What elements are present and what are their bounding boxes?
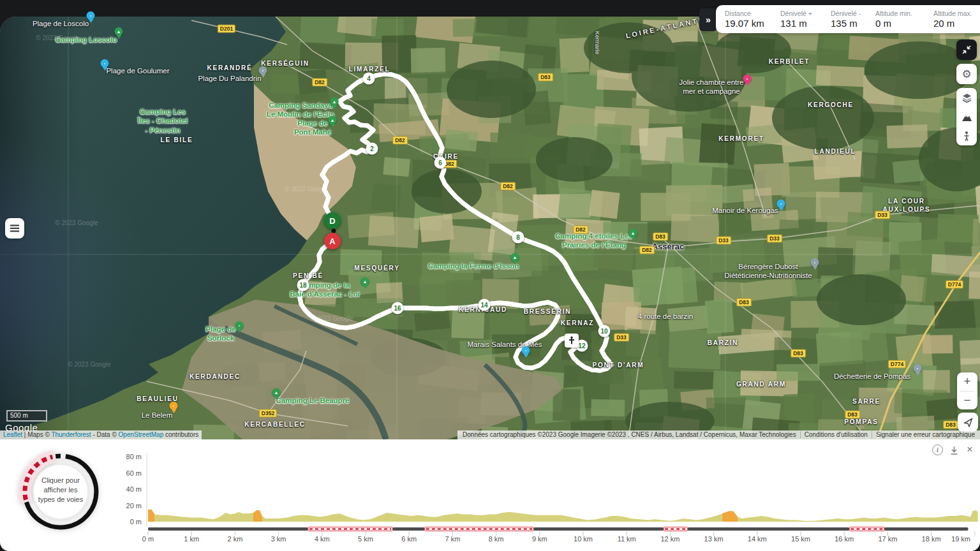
svg-text:4 km: 4 km (315, 535, 330, 543)
stat-altitude-max-: Altitude max.20 m (933, 10, 972, 29)
mountain-icon (961, 112, 972, 122)
svg-text:14 km: 14 km (748, 535, 767, 543)
svg-text:11 km: 11 km (618, 535, 636, 543)
layers-button[interactable] (956, 88, 977, 107)
stat-d-nivel-: Dénivelé -135 m (831, 10, 861, 29)
svg-text:12 km: 12 km (660, 535, 679, 543)
zoom-out-button[interactable]: − (957, 391, 977, 409)
svg-text:16 km: 16 km (835, 535, 854, 543)
stat-label: Altitude max. (933, 10, 972, 17)
stat-label: Distance (725, 10, 764, 17)
collapse-icon (961, 44, 972, 55)
svg-text:60 m: 60 m (126, 469, 142, 477)
stat-label: Dénivelé - (831, 10, 861, 17)
exit-fullscreen-button[interactable] (956, 40, 977, 60)
attribution-link[interactable]: Signaler une erreur cartographique (872, 431, 979, 438)
download-button[interactable] (947, 444, 960, 457)
chevron-right-icon: » (706, 15, 711, 25)
svg-text:18 km: 18 km (922, 535, 941, 543)
stat-altitude-min-: Altitude min.0 m (875, 10, 912, 29)
elevation-panel: 0 m20 m40 m60 m80 m0 m1 km2 km3 km4 km5 … (0, 439, 980, 551)
svg-text:6 km: 6 km (401, 535, 417, 543)
svg-text:0 m: 0 m (142, 535, 154, 543)
attribution-text: Données cartographiques ©2023 Google Ima… (459, 431, 800, 438)
svg-text:3 km: 3 km (271, 535, 286, 543)
locate-me-button[interactable] (958, 413, 978, 432)
stat-distance: Distance19.07 km (725, 10, 764, 29)
terrain-3d-button[interactable] (956, 107, 977, 126)
svg-text:9 km: 9 km (532, 535, 547, 543)
stat-value: 135 m (831, 18, 861, 29)
svg-text:0 m: 0 m (130, 518, 142, 525)
street-view-button[interactable] (956, 126, 977, 145)
google-attribution: Données cartographiques ©2023 Google Ima… (457, 430, 980, 439)
route-planner-app: Plage de LoscoloCamping LoscoloPlage de … (0, 0, 980, 551)
zoom-control: + − (957, 372, 977, 409)
svg-text:80 m: 80 m (126, 453, 142, 460)
close-icon: × (967, 444, 972, 455)
svg-text:10 km: 10 km (574, 535, 593, 543)
stat-d-nivel-: Dénivelé +131 m (780, 10, 812, 29)
svg-text:40 m: 40 m (126, 485, 142, 493)
map-canvas[interactable] (0, 17, 980, 439)
svg-text:1 km: 1 km (184, 535, 199, 543)
elevation-chart: 0 m20 m40 m60 m80 m0 m1 km2 km3 km4 km5 … (0, 439, 980, 551)
stats-collapse-button[interactable]: » (699, 8, 717, 31)
info-button[interactable]: i (932, 444, 943, 455)
svg-text:20 m: 20 m (126, 502, 142, 510)
map-tools-group (956, 88, 977, 145)
svg-text:2 km: 2 km (227, 535, 242, 543)
attribution-text: contributors (163, 431, 198, 438)
hamburger-icon (10, 224, 20, 233)
satellite-basemap (0, 17, 980, 439)
svg-text:8 km: 8 km (489, 535, 504, 543)
stat-value: 131 m (780, 18, 812, 29)
svg-text:19 km: 19 km (951, 535, 970, 543)
attribution-link[interactable]: Conditions d'utilisation (800, 431, 872, 438)
zoom-in-button[interactable]: + (957, 372, 977, 391)
svg-text:7 km: 7 km (445, 535, 460, 543)
stat-value: 19.07 km (725, 18, 764, 29)
settings-button[interactable]: ⚙ (956, 64, 977, 84)
leaflet-attribution: Leaflet | Maps © Thunderforest - Data © … (0, 430, 202, 439)
surface-types-wheel-label[interactable]: Cliquer pour afficher les types de voies (24, 476, 98, 504)
svg-text:17 km: 17 km (878, 535, 897, 543)
svg-text:13 km: 13 km (704, 535, 724, 543)
attribution-text: | Maps © (22, 431, 51, 438)
attribution-link[interactable]: Thunderforest (51, 431, 91, 438)
stat-value: 0 m (875, 18, 912, 29)
info-icon: i (937, 446, 939, 453)
minus-icon: − (963, 393, 970, 408)
stats-bar: Distance19.07 kmDénivelé +131 mDénivelé … (716, 5, 980, 33)
stat-label: Altitude min. (875, 10, 912, 17)
attribution-link[interactable]: Leaflet (3, 431, 22, 438)
download-icon (949, 446, 959, 455)
gear-icon: ⚙ (961, 68, 971, 81)
stat-value: 20 m (933, 18, 972, 29)
attribution-text: - Data © (91, 431, 119, 438)
close-panel-button[interactable]: × (963, 443, 976, 456)
stat-label: Dénivelé + (780, 10, 812, 17)
plus-icon: + (963, 374, 970, 388)
navigation-arrow-icon (963, 417, 974, 428)
svg-text:5 km: 5 km (358, 535, 373, 543)
pegman-icon (962, 131, 971, 142)
attribution-link[interactable]: OpenStreetMap (119, 431, 164, 438)
scale-bar: 500 m (6, 410, 47, 422)
layers-icon (961, 93, 972, 103)
menu-button[interactable] (5, 218, 24, 239)
svg-text:15 km: 15 km (791, 535, 810, 543)
